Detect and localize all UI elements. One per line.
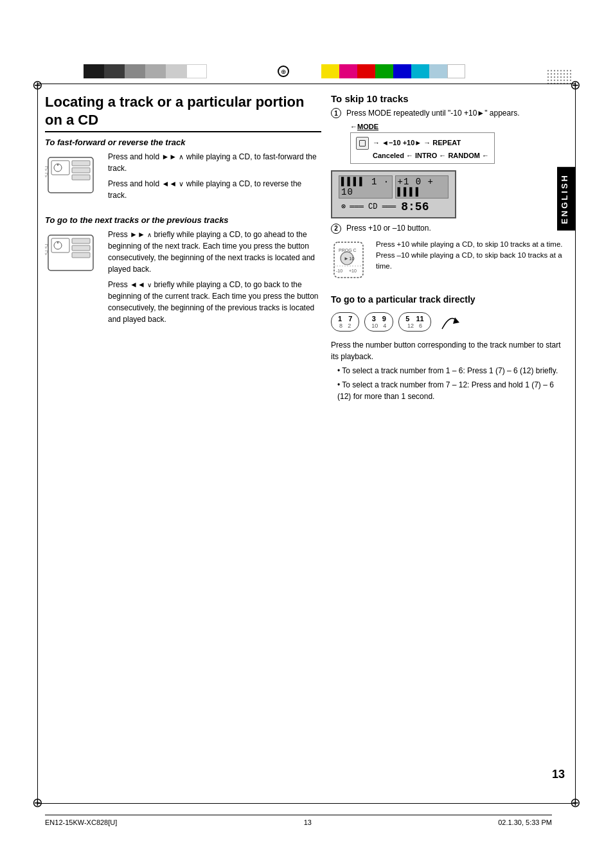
section-fast-forward: To fast-forward or reverse the track <box>45 137 321 205</box>
crosshair-topleft: ⊕ <box>32 78 43 91</box>
footer: EN12-15KW-XC828[U] 13 02.1.30, 5:33 PM <box>45 815 552 826</box>
svg-rect-7 <box>72 168 90 173</box>
btn-group-3: 511 126 <box>398 312 431 332</box>
skip-title: To skip 10 tracks <box>331 93 568 104</box>
mode-diagram: ←MODE → ◄−10 +10► → REPEAT Canceled ← IN… <box>331 123 568 164</box>
svg-rect-1 <box>547 69 571 85</box>
step1-block: 1 Press MODE repeatedly until "-10 +10►"… <box>331 108 568 119</box>
section1-title: To fast-forward or reverse the track <box>45 137 321 147</box>
skip-text: Press +10 while playing a CD, to skip 10… <box>376 239 568 272</box>
device-illustration-1: ▽ ▽ <box>45 151 103 202</box>
mode-line2: Canceled ← INTRO ← RANDOM ← <box>356 152 489 159</box>
svg-rect-15 <box>72 238 90 244</box>
track-instructions: Press the number button corresponding to… <box>331 339 568 402</box>
step2-text: Press +10 or –10 button. <box>346 224 431 233</box>
step1-text: Press MODE repeatedly until "-10 +10►" a… <box>346 108 520 119</box>
footer-right: 02.1.30, 5:33 PM <box>498 819 552 826</box>
svg-rect-16 <box>72 245 90 251</box>
skip-device-img: PROG C ►10 -10 +10 <box>331 239 369 285</box>
crosshair-bottomleft: ⊕ <box>32 796 43 809</box>
step2-block: 2 Press +10 or –10 button. <box>331 224 568 234</box>
section2-text: Press ►► ∧ briefly while playing a CD, t… <box>108 229 321 329</box>
registration-mark: ⊕ <box>278 66 289 77</box>
btn-group-1: 17 82 <box>331 312 359 332</box>
main-title: Locating a track or a particular portion… <box>45 93 321 132</box>
footer-left: EN12-15KW-XC828[U] <box>45 819 117 826</box>
border-top <box>37 84 576 84</box>
step2-num: 2 <box>331 224 341 234</box>
track-title: To go to a particular track directly <box>331 294 568 305</box>
svg-text:►10: ►10 <box>344 256 355 261</box>
mode-sequence: → ◄−10 +10► → REPEAT <box>373 138 461 148</box>
footer-center: 13 <box>304 819 312 826</box>
svg-text:+10: +10 <box>349 269 357 273</box>
border-left <box>37 84 38 804</box>
svg-text:-10: -10 <box>336 269 342 273</box>
svg-text:▽: ▽ <box>45 249 48 256</box>
skip-diagram: PROG C ►10 -10 +10 Press +10 while playi… <box>331 239 568 285</box>
section-particular-track: To go to a particular track directly 17 … <box>331 294 568 402</box>
crosshair-bottomright: ⊕ <box>570 796 581 809</box>
page-number: 13 <box>552 768 565 781</box>
svg-rect-6 <box>72 161 90 166</box>
svg-text:▽: ▽ <box>45 172 48 178</box>
section2-title: To go to the next tracks or the previous… <box>45 215 321 225</box>
svg-text:▽: ▽ <box>45 243 48 249</box>
border-right <box>575 84 576 804</box>
device-illustration-2: ▽ ▽ <box>45 229 103 280</box>
lcd-display: ▌▌▌▌ 1 · 10 +1 0 + ▌▌▌▌ ⊗ ═══ CD ═══ 8:5… <box>331 170 456 218</box>
track-pointer-arrow <box>439 310 461 334</box>
svg-rect-8 <box>72 175 90 180</box>
section1-text: Press and hold ►► ∧ while playing a CD, … <box>108 151 321 205</box>
mode-arrow-label: ←MODE <box>350 123 568 130</box>
section-next-prev: To go to the next tracks or the previous… <box>45 215 321 329</box>
svg-rect-17 <box>72 252 90 258</box>
dot-pattern <box>547 69 571 85</box>
border-bottom <box>37 803 576 804</box>
english-sidebar: ENGLISH <box>557 167 575 231</box>
svg-text:▽: ▽ <box>45 165 48 172</box>
track-button-groups: 17 82 39 104 <box>331 310 568 334</box>
section-skip-10: To skip 10 tracks 1 Press MODE repeatedl… <box>331 93 568 284</box>
crosshair-topright: ⊕ <box>570 78 581 91</box>
step1-num: 1 <box>331 108 341 118</box>
btn-group-2: 39 104 <box>364 312 393 332</box>
